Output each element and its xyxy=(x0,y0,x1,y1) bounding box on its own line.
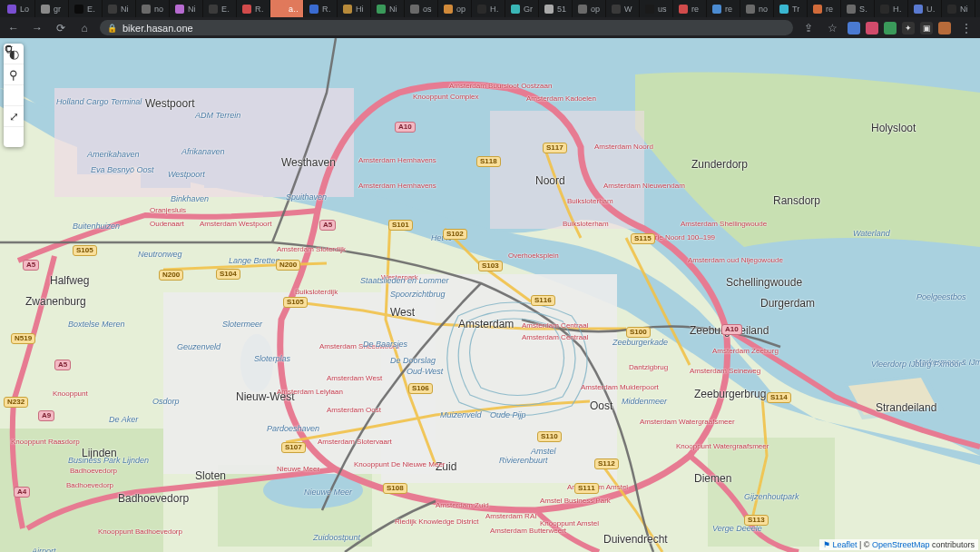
tab-2[interactable]: Ex xyxy=(69,0,103,17)
favicon-icon xyxy=(578,5,587,14)
tab-15[interactable]: Gr xyxy=(505,0,539,17)
tab-18[interactable]: W xyxy=(606,0,640,17)
road-shield: N232 xyxy=(4,397,28,408)
road-shield: S105 xyxy=(283,297,308,308)
tab-6[interactable]: Ex xyxy=(203,0,237,17)
road-shield: S107 xyxy=(281,442,306,453)
tab-0[interactable]: Lo xyxy=(2,0,35,17)
tab-12[interactable]: os xyxy=(405,0,438,17)
tab-20[interactable]: re xyxy=(673,0,707,17)
tab-28[interactable]: Ni xyxy=(942,0,975,17)
fullscreen-button[interactable]: ⤢ xyxy=(4,106,24,127)
map-label: Amsterdam Seineweg xyxy=(690,367,760,375)
road-shield: S111 xyxy=(574,483,599,494)
trash-button[interactable] xyxy=(4,127,24,147)
map-label: Knooppunt Badhoevedorp xyxy=(98,527,182,536)
ext-puzzle-icon[interactable]: ✦ xyxy=(902,22,915,34)
ext-1-icon[interactable] xyxy=(848,22,860,34)
map-label: Amsterdam Westpoort xyxy=(200,220,271,228)
menu-button[interactable]: ⋮ xyxy=(958,20,975,36)
tab-27[interactable]: Us xyxy=(908,0,942,17)
map-label: Amsterdam xyxy=(458,318,514,330)
tab-9[interactable]: Ro xyxy=(304,0,338,17)
map-label: Neutronweg xyxy=(138,250,182,259)
tab-19[interactable]: us xyxy=(640,0,673,17)
tab-5[interactable]: Ni xyxy=(170,0,203,17)
map-viewport[interactable]: ◐ ⚲ ⤢ AmsterdamNoordNieuw-WestOostZuidWe… xyxy=(0,38,980,552)
map-label: Riedijk Knowledge District xyxy=(395,518,478,526)
tab-24[interactable]: re xyxy=(808,0,841,17)
map-label: Amsterdam Watergraafsmeer xyxy=(640,418,735,426)
tab-14[interactable]: He xyxy=(472,0,505,17)
map-label: Spuithaven xyxy=(286,192,327,202)
bookmark-button[interactable]: ☆ xyxy=(824,20,840,36)
tab-label: Ro xyxy=(322,5,331,14)
favicon-icon xyxy=(142,5,151,14)
favicon-icon xyxy=(511,5,520,14)
ext-3-icon[interactable] xyxy=(884,22,897,34)
map-label: Amsterdam Buursloot Oostzaan xyxy=(449,82,552,90)
tab-label: gr xyxy=(54,5,61,14)
map-label: De Aker xyxy=(109,415,138,424)
tab-17[interactable]: op xyxy=(573,0,606,17)
leaflet-link[interactable]: Leaflet xyxy=(832,540,857,549)
tab-21[interactable]: re xyxy=(707,0,740,17)
leaflet-flag-icon: ⚑ xyxy=(823,540,833,549)
tab-1[interactable]: gr xyxy=(35,0,69,17)
map-label: Osdorp xyxy=(152,397,180,406)
tab-label: Gr xyxy=(524,5,533,14)
map-label: Amsterdam Hemhavens xyxy=(358,156,436,164)
tab-10[interactable]: Hi xyxy=(338,0,371,17)
osm-link[interactable]: OpenStreetMap xyxy=(872,540,930,549)
tab-11[interactable]: Ni xyxy=(371,0,405,17)
map-label: Noord xyxy=(535,174,565,187)
url-text: biker.hasan.one xyxy=(122,23,193,34)
tab-label: He xyxy=(893,5,902,14)
tab-7[interactable]: Ro xyxy=(237,0,270,17)
tab-8[interactable]: azure xyxy=(270,0,304,17)
map-label: Slotermeer xyxy=(222,320,262,329)
tab-23[interactable]: Tr xyxy=(774,0,808,17)
map-label: Sloterplas xyxy=(254,354,290,363)
locate-button[interactable]: ⚲ xyxy=(4,64,24,85)
map-label: Oudenaart xyxy=(150,220,184,228)
road-shield: S103 xyxy=(478,261,503,271)
road-shield: A4 xyxy=(14,487,30,498)
home-button[interactable]: ⌂ xyxy=(76,20,93,36)
map-label: Buiksloterdijk xyxy=(295,288,338,296)
reload-button[interactable]: ⟳ xyxy=(53,20,69,36)
forward-button[interactable]: → xyxy=(29,20,45,36)
favicon-icon xyxy=(914,5,923,14)
tab-29[interactable]: Hi xyxy=(975,0,980,17)
tab-16[interactable]: 51 xyxy=(539,0,573,17)
map-label: Staatslieden en Lommer xyxy=(360,276,449,285)
tab-label: no xyxy=(759,5,768,14)
road-shield: S114 xyxy=(767,392,791,403)
map-label: Schellingwoude xyxy=(726,276,802,289)
tab-22[interactable]: no xyxy=(740,0,774,17)
ext-2-icon[interactable] xyxy=(866,22,878,34)
map-label: Amsterdam Butterweert xyxy=(490,527,566,535)
map-label: Airport xyxy=(32,547,56,552)
favicon-icon xyxy=(209,5,218,14)
omnibox[interactable]: 🔒 biker.hasan.one xyxy=(100,20,793,35)
share-button[interactable]: ⇪ xyxy=(800,20,817,36)
back-button[interactable]: ← xyxy=(5,20,22,36)
map-label: Nieuwe Meer xyxy=(277,465,319,473)
tab-label: Ex xyxy=(221,5,230,14)
map-label: Badhoevedorp xyxy=(70,467,117,475)
tab-3[interactable]: Ni xyxy=(103,0,136,17)
tab-13[interactable]: op xyxy=(438,0,472,17)
map-label: Durgerdam xyxy=(760,297,815,310)
favicon-icon xyxy=(477,5,486,14)
tab-25[interactable]: Sy xyxy=(841,0,875,17)
ext-avatar-icon[interactable] xyxy=(938,22,951,34)
map-label: Overhoeksplein xyxy=(508,251,559,260)
ext-square-icon[interactable]: ▣ xyxy=(920,22,933,34)
tab-label: Ni xyxy=(389,5,397,14)
map-label: Knooppunt Complex xyxy=(413,93,479,101)
search-button[interactable] xyxy=(4,85,24,106)
map-label: Amsterdam Zuid xyxy=(436,501,489,509)
tab-4[interactable]: no xyxy=(136,0,170,17)
tab-26[interactable]: He xyxy=(875,0,908,17)
